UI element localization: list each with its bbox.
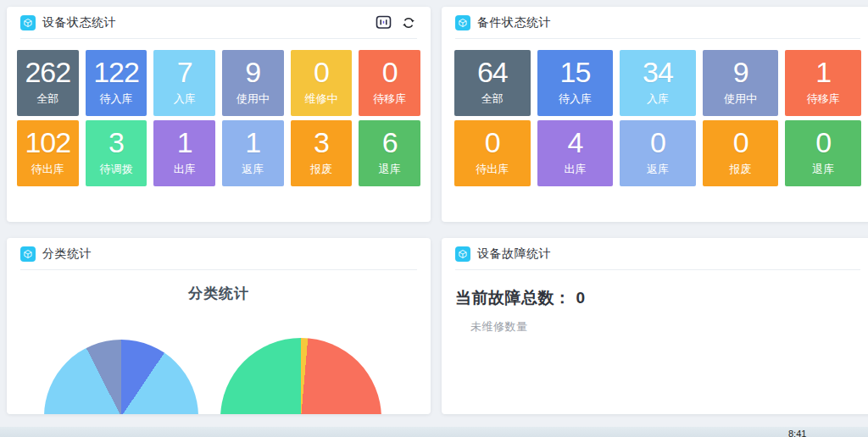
tile-label: 入库	[153, 91, 215, 107]
status-tile[interactable]: 3待调拨	[86, 120, 147, 186]
status-tile[interactable]: 0报废	[703, 120, 779, 186]
cube-icon	[20, 15, 36, 30]
status-tile[interactable]: 102待出库	[17, 120, 79, 186]
chart-title: 分类统计	[7, 284, 431, 303]
device-status-tiles: 262全部122待入库7入库9使用中0维修中0待移库102待出库3待调拨1出库1…	[7, 39, 431, 186]
cube-icon	[455, 15, 470, 30]
status-tile[interactable]: 6退库	[359, 120, 420, 186]
status-tile[interactable]: 1出库	[153, 120, 215, 186]
status-tile[interactable]: 7入库	[153, 50, 215, 116]
tile-value: 64	[454, 53, 531, 91]
tile-value: 0	[620, 124, 696, 161]
spare-status-tiles: 64全部15待入库34入库9使用中1待移库0待出库4出库0返库0报废0退库	[442, 39, 868, 186]
taskbar-clock[interactable]: 8:41	[788, 428, 806, 437]
status-tile[interactable]: 0退库	[785, 120, 861, 186]
tile-value: 102	[17, 124, 79, 161]
status-tile[interactable]: 9使用中	[222, 50, 284, 116]
status-tile[interactable]: 262全部	[17, 50, 79, 116]
tile-label: 退库	[359, 161, 420, 177]
category-pie-right[interactable]	[220, 338, 381, 414]
panel-spare-status-header: 备件状态统计	[442, 7, 868, 38]
status-tile[interactable]: 9使用中	[703, 50, 779, 116]
tile-value: 1	[222, 124, 284, 161]
tile-value: 6	[359, 124, 420, 161]
cube-icon	[20, 246, 36, 262]
tile-value: 3	[291, 124, 353, 161]
status-tile[interactable]: 4出库	[537, 120, 614, 186]
panel-device-status: 设备状态统计 262全部122待入库7入库9使用中0维修中0	[7, 7, 431, 222]
tile-label: 返库	[222, 161, 284, 177]
card-view-icon[interactable]	[375, 14, 392, 31]
panel-device-status-header: 设备状态统计	[7, 7, 431, 38]
tile-label: 入库	[620, 91, 696, 107]
tile-label: 使用中	[222, 91, 284, 107]
tile-label: 待调拨	[86, 161, 147, 177]
tile-label: 报废	[703, 161, 779, 177]
status-tile[interactable]: 1返库	[222, 120, 284, 186]
panel-device-fault-header: 设备故障统计	[442, 238, 868, 269]
fault-total-value: 0	[576, 289, 586, 307]
tile-label: 全部	[17, 91, 79, 107]
tile-value: 4	[537, 124, 614, 161]
tile-value: 0	[703, 124, 779, 161]
tile-value: 122	[86, 53, 147, 91]
tile-value: 15	[537, 53, 614, 91]
tile-label: 使用中	[703, 91, 779, 107]
tile-label: 返库	[620, 161, 696, 177]
tile-label: 出库	[537, 161, 614, 177]
status-tile[interactable]: 15待入库	[537, 50, 614, 116]
panel-title: 设备状态统计	[42, 15, 116, 30]
status-tile[interactable]: 0待移库	[359, 50, 420, 116]
fault-total-label: 当前故障总数：	[455, 289, 571, 307]
panel-title: 设备故障统计	[477, 246, 551, 262]
panel-category-stats-header: 分类统计	[7, 238, 431, 269]
tile-value: 1	[153, 124, 215, 161]
category-pie-left[interactable]	[44, 340, 198, 414]
tile-label: 全部	[454, 91, 531, 107]
tile-value: 0	[359, 53, 420, 91]
status-tile[interactable]: 0维修中	[291, 50, 353, 116]
fault-total: 当前故障总数：0	[455, 287, 860, 309]
tile-value: 34	[620, 53, 696, 91]
panel-title: 备件状态统计	[477, 15, 551, 30]
status-tile[interactable]: 1待移库	[785, 50, 861, 116]
tile-label: 待入库	[86, 91, 147, 107]
header-divider	[20, 269, 417, 270]
status-tile[interactable]: 122待入库	[86, 50, 147, 116]
tile-label: 退库	[785, 161, 861, 177]
tile-label: 待移库	[785, 91, 861, 107]
tile-value: 7	[153, 53, 215, 91]
refresh-icon[interactable]	[400, 14, 417, 31]
tile-value: 1	[785, 53, 861, 91]
tile-label: 待出库	[17, 161, 79, 177]
tile-label: 待出库	[454, 161, 531, 177]
status-tile[interactable]: 34入库	[620, 50, 696, 116]
tile-label: 待入库	[537, 91, 614, 107]
tile-value: 0	[454, 124, 531, 161]
tile-value: 9	[703, 53, 779, 91]
tile-label: 维修中	[291, 91, 353, 107]
panel-title: 分类统计	[42, 246, 92, 262]
status-tile[interactable]: 0返库	[620, 120, 696, 186]
tile-value: 0	[291, 53, 353, 91]
taskbar[interactable]: 8:41	[0, 427, 868, 437]
status-tile[interactable]: 64全部	[454, 50, 531, 116]
panel-category-stats: 分类统计 分类统计	[7, 238, 431, 414]
fault-sub-label: 未维修数量	[470, 319, 860, 335]
tile-label: 待移库	[359, 91, 420, 107]
status-tile[interactable]: 3报废	[291, 120, 353, 186]
tile-value: 0	[785, 124, 861, 161]
panel-device-fault: 设备故障统计 当前故障总数：0 未维修数量	[442, 238, 868, 414]
tile-value: 3	[86, 124, 147, 161]
tile-label: 出库	[153, 161, 215, 177]
tile-value: 262	[17, 53, 79, 91]
tile-value: 9	[222, 53, 284, 91]
status-tile[interactable]: 0待出库	[454, 120, 531, 186]
cube-icon	[455, 246, 470, 262]
panel-spare-status: 备件状态统计 64全部15待入库34入库9使用中1待移库0待出库4出库0返库0报…	[442, 7, 868, 222]
tile-label: 报废	[291, 161, 353, 177]
